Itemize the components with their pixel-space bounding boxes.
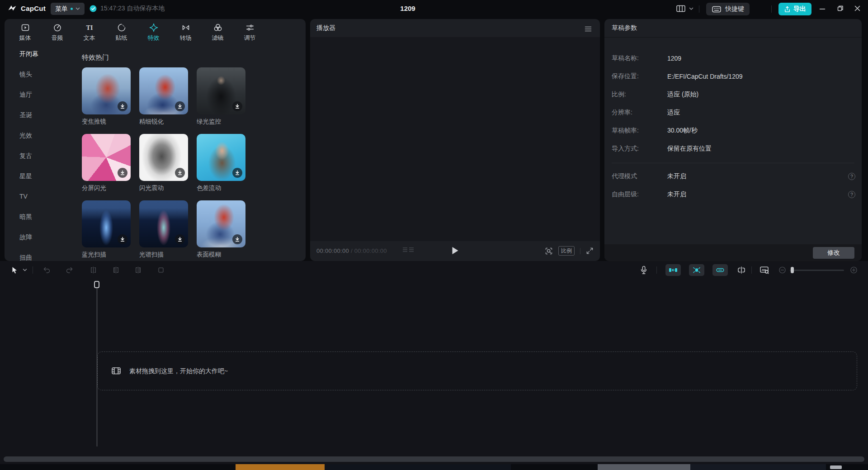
timeline-area[interactable]: 素材拖拽到这里，开始你的大作吧~ [0,279,868,470]
effect-card[interactable]: 变焦推镜 [82,67,131,134]
horizontal-scrollbar[interactable] [4,456,864,462]
timeline-empty-text: 素材拖拽到这里，开始你的大作吧~ [129,367,228,375]
category-item[interactable]: 星星 [5,166,81,186]
shortcuts-button[interactable]: 快捷键 [706,3,750,15]
effect-thumbnail[interactable] [197,200,245,247]
effect-card[interactable]: 表面模糊 [197,200,245,261]
download-icon[interactable] [175,101,185,111]
fullscreen-icon[interactable] [586,247,594,255]
tab-audio[interactable]: 音频 [41,19,73,44]
delete-icon[interactable] [157,266,165,274]
keyboard-icon [712,5,722,14]
fit-timeline-icon[interactable] [760,266,769,275]
autosave-status: 15:47:23 自动保存本地 [90,5,165,13]
tab-text[interactable]: TI 文本 [73,19,105,44]
category-item[interactable]: 复古 [5,146,81,166]
category-item[interactable]: 迪厅 [5,85,81,105]
effect-card[interactable]: 蓝光扫描 [82,200,131,261]
undo-icon[interactable] [42,266,51,274]
export-icon [784,6,791,13]
download-icon[interactable] [118,234,127,244]
ratio-button[interactable]: 比例 [558,246,575,256]
export-button[interactable]: 导出 [778,3,811,15]
auto-snap-toggle[interactable] [665,264,681,276]
play-button[interactable] [452,247,458,254]
info-icon[interactable]: ? [848,173,855,180]
category-item[interactable]: 开闭幕 [5,44,81,64]
tab-filter[interactable]: 滤镜 [202,19,234,44]
timecode: 00:00:00:00 / 00:00:00:00 [316,247,387,254]
effect-card[interactable]: 绿光监控 [197,67,245,134]
tab-transition[interactable]: 转场 [170,19,202,44]
library-panel: 媒体 音频 TI 文本 贴纸 特效 转场 [5,19,306,261]
category-item[interactable]: 镜头 [5,64,81,85]
effect-card[interactable]: 光谱扫描 [139,200,188,261]
timeline-zoom-slider[interactable] [790,270,844,271]
tab-sticker[interactable]: 贴纸 [105,19,137,44]
effect-card[interactable]: 闪光震动 [139,134,188,200]
timeline-dropzone[interactable]: 素材拖拽到这里，开始你的大作吧~ [97,351,857,390]
capcut-window: CapCut 菜单 15:47:23 自动保存本地 1209 [0,0,868,470]
tab-media[interactable]: 媒体 [9,19,41,44]
text-icon: TI [85,23,94,33]
timeline-zoom-slider-thumb[interactable] [791,267,794,273]
effect-category-list: 开闭幕 镜头 迪厅 圣诞 光效 复古 星星 TV 暗黑 故障 扭曲 [5,44,81,261]
info-icon[interactable]: ? [848,191,855,198]
download-icon[interactable] [232,168,242,178]
effect-thumbnail[interactable] [82,200,131,247]
preview-axis-toggle[interactable] [712,264,728,276]
effect-thumbnail[interactable] [197,67,245,114]
redo-icon[interactable] [65,266,74,274]
category-item[interactable]: 圣诞 [5,105,81,125]
effect-card[interactable]: 分屏闪光 [82,134,131,200]
layout-panels-icon[interactable] [676,5,686,13]
minimize-button[interactable] [819,6,826,12]
tab-effects[interactable]: 特效 [137,19,170,44]
delete-left-icon[interactable] [112,266,120,274]
playhead-handle[interactable] [94,281,99,288]
modify-button[interactable]: 修改 [813,247,854,259]
select-tool-icon[interactable] [10,266,19,274]
effect-thumbnail[interactable] [197,134,245,181]
timecode-total: 00:00:00:00 [354,247,387,254]
category-item[interactable]: 故障 [5,227,81,247]
split-icon[interactable] [90,266,97,274]
preview-quality-icon[interactable] [545,247,553,255]
tab-adjust[interactable]: 调节 [234,19,266,44]
effect-thumbnail[interactable] [82,134,131,181]
category-item[interactable]: 暗黑 [5,207,81,227]
effect-thumbnail[interactable] [139,200,188,247]
player-menu-icon[interactable] [585,26,592,32]
download-icon[interactable] [175,234,185,244]
download-icon[interactable] [118,101,127,111]
category-item[interactable]: TV [5,186,81,207]
download-icon[interactable] [118,168,127,178]
download-icon[interactable] [232,101,242,111]
effects-icon [149,23,159,33]
restore-button[interactable] [837,5,844,12]
zoom-in-icon[interactable] [850,266,858,274]
close-button[interactable] [854,5,861,12]
category-item[interactable]: 扭曲 [5,247,81,261]
timecode-separator: / [349,247,354,254]
menu-button[interactable]: 菜单 [51,3,85,15]
player-viewport[interactable] [310,37,600,241]
download-icon[interactable] [232,234,242,244]
preview-axis-marker-icon[interactable] [737,266,746,274]
download-icon[interactable] [175,168,185,178]
param-row-name: 草稿名称: 1209 [604,49,862,67]
layout-chevron-icon[interactable] [689,7,693,10]
effect-thumbnail[interactable] [82,67,131,114]
zoom-out-icon[interactable] [778,266,786,274]
category-item[interactable]: 光效 [5,125,81,146]
player-controls: 00:00:00:00 / 00:00:00:00 比例 [310,241,600,261]
effect-thumbnail[interactable] [139,134,188,181]
toolbar-separator [656,266,657,274]
delete-right-icon[interactable] [134,266,142,274]
effect-card[interactable]: 精细锐化 [139,67,188,134]
effect-card[interactable]: 色差流动 [197,134,245,200]
effect-thumbnail[interactable] [139,67,188,114]
record-voiceover-icon[interactable] [639,265,648,275]
select-tool-chevron-icon[interactable] [23,269,27,272]
linkage-toggle[interactable] [689,264,704,276]
